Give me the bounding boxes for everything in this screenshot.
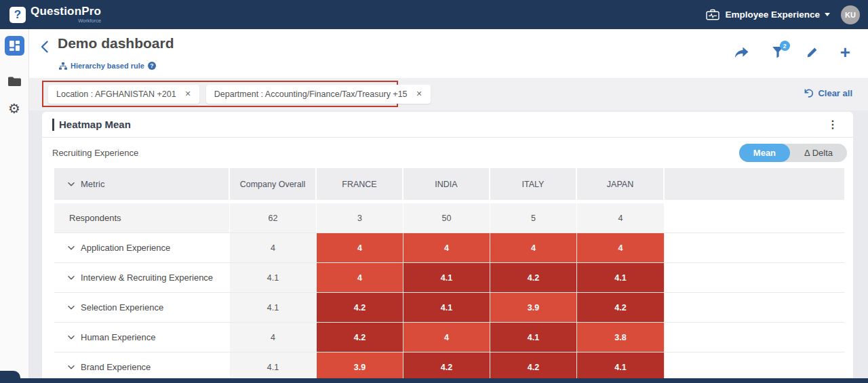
chip-close-icon[interactable]: ✕ bbox=[185, 89, 191, 98]
pencil-icon bbox=[806, 47, 818, 58]
metric-cell-selection-experience[interactable]: Selection Experience bbox=[54, 293, 230, 322]
toggle-option-delta[interactable]: Δ Delta bbox=[790, 144, 847, 162]
value-cell: 4 bbox=[577, 203, 665, 233]
title-accent-bar bbox=[52, 119, 54, 131]
group-label: Recruiting Experience bbox=[52, 148, 138, 158]
value-cell: 4.2 bbox=[490, 352, 577, 378]
bottom-strip bbox=[0, 378, 868, 383]
undo-icon bbox=[804, 88, 814, 98]
page-title: Demo dashboard bbox=[58, 35, 174, 52]
table-row-respondents: Respondents6235054 bbox=[54, 203, 844, 233]
avatar[interactable]: KU bbox=[841, 5, 860, 24]
value-cell: 3.9 bbox=[317, 352, 403, 378]
chevron-down-icon bbox=[68, 365, 75, 369]
value-cell: 4 bbox=[403, 323, 490, 352]
column-header-france: FRANCE bbox=[317, 168, 403, 200]
chip-close-icon[interactable]: ✕ bbox=[416, 89, 422, 98]
edit-button[interactable] bbox=[806, 47, 818, 58]
value-cell: 4 bbox=[230, 323, 317, 352]
value-cell: 3.8 bbox=[577, 323, 665, 352]
column-header-japan: JAPAN bbox=[577, 168, 665, 200]
sidebar-item-settings[interactable]: ⚙ bbox=[8, 102, 20, 115]
back-button[interactable] bbox=[40, 40, 49, 56]
chevron-down-icon bbox=[68, 336, 75, 340]
widget-title: Heatmap Mean bbox=[59, 119, 131, 130]
value-cell: 4 bbox=[230, 233, 317, 262]
chevron-left-icon bbox=[40, 40, 49, 54]
filter-chip-label: Location : AFGHANISTAN +201 bbox=[56, 89, 176, 99]
column-header-india: INDIA bbox=[403, 168, 490, 200]
workspace-label: Employee Experience bbox=[725, 9, 820, 20]
table-row-selection-experience: Selection Experience4.14.24.13.94.2 bbox=[54, 293, 844, 323]
value-cell: 50 bbox=[403, 203, 490, 233]
left-sidebar: ⚙ bbox=[0, 29, 29, 378]
share-button[interactable] bbox=[734, 46, 749, 59]
filter-button[interactable]: 2 bbox=[772, 46, 784, 58]
gear-icon: ⚙ bbox=[8, 101, 20, 116]
value-cell: 3 bbox=[317, 203, 403, 233]
column-header-empty bbox=[665, 168, 844, 200]
value-cell: 4.1 bbox=[490, 323, 577, 352]
chevron-down-icon bbox=[68, 276, 75, 280]
metric-cell-interview-recruiting-experience[interactable]: Interview & Recruiting Experience bbox=[54, 263, 230, 292]
table-row-interview-recruiting-experience: Interview & Recruiting Experience4.144.1… bbox=[54, 263, 844, 293]
empty-cell bbox=[665, 233, 844, 262]
value-cell: 4.1 bbox=[577, 263, 665, 292]
value-cell: 4 bbox=[317, 233, 403, 262]
table-row-human-experience: Human Experience44.244.13.8 bbox=[54, 323, 844, 352]
value-cell: 5 bbox=[490, 203, 577, 233]
empty-cell bbox=[665, 263, 844, 292]
filter-chip-label: Department : Accounting/Finance/Tax/Trea… bbox=[214, 89, 408, 99]
filter-chip[interactable]: Location : AFGHANISTAN +201✕ bbox=[48, 85, 199, 104]
table-header-row: MetricCompany OverallFRANCEINDIAITALYJAP… bbox=[54, 168, 844, 200]
table-row-brand-experience: Brand Experience4.13.94.24.24.1 bbox=[54, 352, 844, 378]
questionpro-brand[interactable]: ? QuestionPro Workforce bbox=[9, 5, 101, 24]
hierarchy-rule-label: Hierarchy based rule bbox=[71, 62, 144, 70]
folder-icon bbox=[7, 76, 22, 87]
top-navbar: ? QuestionPro Workforce Employee Experie… bbox=[0, 0, 868, 29]
clear-all-button[interactable]: Clear all bbox=[804, 88, 852, 98]
chevron-down-icon bbox=[825, 13, 830, 16]
help-icon[interactable]: ? bbox=[148, 62, 156, 70]
value-cell: 4.2 bbox=[403, 352, 490, 378]
metric-label: Respondents bbox=[69, 213, 121, 223]
metric-cell-brand-experience[interactable]: Brand Experience bbox=[54, 352, 230, 378]
metric-cell-human-experience[interactable]: Human Experience bbox=[54, 323, 230, 352]
brand-subtitle: Workforce bbox=[31, 18, 101, 24]
briefcase-pulse-icon bbox=[706, 9, 719, 20]
value-cell: 4 bbox=[317, 263, 403, 292]
kebab-menu-icon[interactable]: ⋮ bbox=[827, 118, 838, 131]
value-cell: 4 bbox=[403, 233, 490, 262]
metric-label: Application Experience bbox=[81, 243, 170, 253]
value-cell: 4 bbox=[577, 233, 665, 262]
page-header: Demo dashboard Hierarchy based rule ? 2 bbox=[29, 29, 868, 78]
metric-cell-application-experience[interactable]: Application Experience bbox=[54, 233, 230, 262]
filter-count-badge: 2 bbox=[780, 41, 790, 51]
bottom-corner bbox=[0, 371, 20, 383]
column-header-metric[interactable]: Metric bbox=[54, 168, 230, 200]
workspace-switcher[interactable]: Employee Experience bbox=[706, 9, 830, 20]
metric-label: Selection Experience bbox=[81, 302, 163, 313]
filter-chip[interactable]: Department : Accounting/Finance/Tax/Trea… bbox=[206, 85, 431, 104]
clear-all-label: Clear all bbox=[818, 88, 852, 98]
metric-label: Interview & Recruiting Experience bbox=[81, 273, 213, 283]
value-cell: 4 bbox=[490, 233, 577, 262]
value-cell: 4.1 bbox=[230, 293, 317, 322]
value-cell: 4.1 bbox=[577, 352, 665, 378]
filter-bar: Location : AFGHANISTAN +201✕Department :… bbox=[29, 78, 868, 110]
heatmap-panel: Heatmap Mean ⋮ Recruiting Experience Mea… bbox=[42, 112, 853, 378]
plus-icon: + bbox=[840, 45, 850, 59]
sidebar-item-folders[interactable] bbox=[7, 76, 22, 87]
hierarchy-rule[interactable]: Hierarchy based rule ? bbox=[59, 62, 156, 70]
chevron-down-icon bbox=[68, 182, 75, 186]
value-cell: 4.2 bbox=[317, 323, 403, 352]
toggle-option-mean[interactable]: Mean bbox=[739, 144, 790, 162]
column-header-italy: ITALY bbox=[490, 168, 577, 200]
sidebar-item-dashboards[interactable] bbox=[5, 36, 24, 56]
empty-cell bbox=[665, 352, 844, 378]
mean-delta-toggle: MeanΔ Delta bbox=[739, 144, 847, 162]
brand-name: QuestionPro bbox=[31, 5, 101, 17]
hierarchy-icon bbox=[59, 62, 67, 70]
add-widget-button[interactable]: + bbox=[840, 45, 850, 59]
chevron-down-icon bbox=[68, 306, 75, 310]
